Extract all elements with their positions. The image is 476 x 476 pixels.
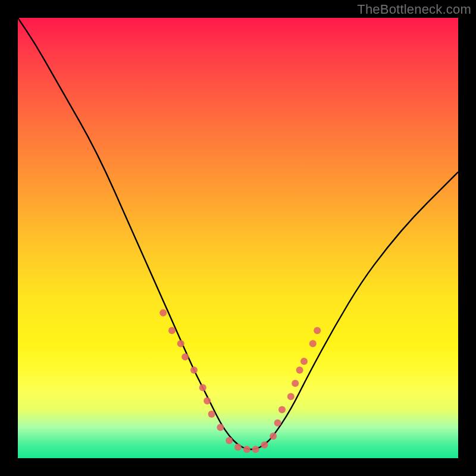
- curve-marker: [177, 340, 184, 347]
- watermark-text: TheBottleneck.com: [357, 2, 471, 17]
- curve-marker: [208, 411, 215, 418]
- curve-marker: [190, 367, 198, 374]
- curve-marker: [287, 393, 295, 400]
- curve-marker: [261, 441, 268, 449]
- curve-marker: [234, 444, 242, 451]
- curve-marker: [296, 367, 303, 374]
- curve-marker: [203, 397, 211, 405]
- curve-marker: [292, 380, 299, 387]
- curve-marker: [226, 437, 233, 444]
- curve-marker: [309, 340, 317, 347]
- curve-marker: [168, 327, 176, 334]
- curve-marker: [181, 353, 189, 361]
- bottleneck-curve: [18, 18, 458, 449]
- curve-marker: [274, 419, 281, 427]
- curve-marker: [252, 446, 259, 453]
- curve-marker: [278, 406, 286, 414]
- curve-marker: [243, 446, 250, 453]
- plot-area: [18, 18, 458, 458]
- curve-marker: [217, 424, 224, 431]
- curve-marker: [300, 358, 308, 365]
- marker-group: [159, 309, 321, 453]
- curve-marker: [199, 384, 206, 392]
- curve-marker: [270, 433, 277, 440]
- chart-frame: TheBottleneck.com: [0, 0, 476, 476]
- curve-layer: [18, 18, 458, 458]
- curve-marker: [314, 327, 321, 334]
- curve-marker: [159, 309, 167, 317]
